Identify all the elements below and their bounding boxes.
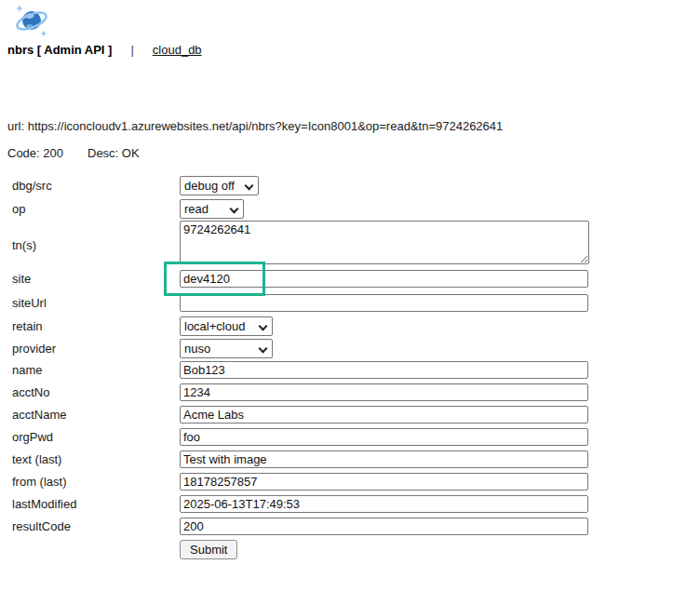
header-separator: | [130,43,133,57]
provider-select[interactable]: nuso [180,339,273,358]
page-title: nbrs [ Admin API ] [7,43,112,57]
form-row-siteurl: siteUrl [0,294,700,312]
header: nbrs [ Admin API ]|cloud_db [7,43,202,57]
form-row-retain: retain local+cloud [0,316,700,336]
status-desc-text: Desc: OK [88,146,140,160]
form-row-provider: provider nuso [0,339,700,358]
form-row-tns: tn(s) 9724262641 [0,221,700,264]
form-row-op: op read [0,199,700,219]
name-label: name [12,361,43,379]
form-row-resultcode: resultCode [0,518,700,535]
form-row-text-last: text (last) [0,450,700,468]
resultcode-input[interactable] [180,518,588,535]
name-input[interactable] [180,361,588,379]
form-row-name: name [0,361,700,379]
provider-label: provider [12,339,56,358]
form-row-site: site [0,270,700,288]
retain-label: retain [12,316,43,336]
status-code-text: Code: 200 [7,146,63,160]
form-row-acctno: acctNo [0,383,700,401]
app-logo planet-ring-icon [13,3,50,40]
op-label: op [12,199,25,219]
form-row-from-last: from (last) [0,473,700,491]
lastmodified-label: lastModified [12,495,76,513]
text-last-label: text (last) [12,450,61,468]
request-url-text: url: https://iconcloudv1.azurewebsites.n… [7,119,503,133]
form-row-submit: Submit [0,540,700,559]
from-last-label: from (last) [12,473,67,491]
submit-button[interactable]: Submit [180,540,237,559]
tns-label: tn(s) [12,221,36,271]
retain-select[interactable]: local+cloud [180,316,273,336]
op-select[interactable]: read [180,199,244,219]
orgpwd-input[interactable] [180,428,588,446]
site-label: site [12,270,31,288]
siteurl-label: siteUrl [12,294,47,312]
tns-textarea[interactable]: 9724262641 [180,221,589,264]
dbg-src-label: dbg/src [12,176,52,195]
from-last-input[interactable] [180,473,588,491]
cloud-db-link[interactable]: cloud_db [153,43,202,57]
form-row-acctname: acctName [0,406,700,424]
status-line: Code: 200Desc: OK [7,146,140,160]
planet-ring-icon [13,3,50,40]
form-row-orgpwd: orgPwd [0,428,700,446]
acctno-input[interactable] [180,383,588,401]
acctno-label: acctNo [12,383,49,401]
lastmodified-input[interactable] [180,495,588,513]
text-last-input[interactable] [180,450,588,468]
dbg-src-select[interactable]: debug off [180,176,259,195]
orgpwd-label: orgPwd [12,428,53,446]
site-input[interactable] [180,270,588,288]
acctname-input[interactable] [180,406,588,424]
form-row-lastmodified: lastModified [0,495,700,513]
acctname-label: acctName [12,406,67,424]
resultcode-label: resultCode [12,518,71,535]
form-row-dbg-src: dbg/src debug off [0,176,700,195]
siteurl-input[interactable] [180,294,588,312]
